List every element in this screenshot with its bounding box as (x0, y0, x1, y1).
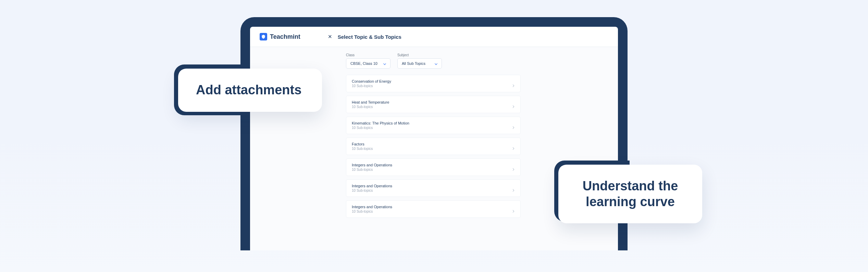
chevron-down-icon (435, 62, 437, 65)
topic-subtitle: 10 Sub-topics (352, 168, 392, 172)
callout-right-text: Understand the learning curve (583, 179, 678, 209)
brand-name: Teachmint (270, 33, 300, 40)
topic-row[interactable]: Integers and Operations 10 Sub-topics (346, 179, 521, 197)
topic-subtitle: 10 Sub-topics (352, 147, 373, 151)
topic-list: Conservation of Energy 10 Sub-topics Hea… (346, 75, 521, 218)
topic-row[interactable]: Factors 10 Sub-topics (346, 138, 521, 155)
chevron-right-icon (512, 145, 515, 148)
topic-row[interactable]: Integers and Operations 10 Sub-topics (346, 158, 521, 176)
class-select[interactable]: CBSE, Class 10 (346, 58, 390, 69)
topic-row[interactable]: Integers and Operations 10 Sub-topics (346, 200, 521, 218)
app-header: Teachmint ✕ Select Topic & Sub Topics (250, 27, 618, 47)
topic-row[interactable]: Kinematics: The Physics of Motion 10 Sub… (346, 117, 521, 134)
subject-select[interactable]: All Sub Topics (397, 58, 442, 69)
filter-class-label: Class (346, 53, 390, 57)
chevron-right-icon (512, 103, 515, 106)
callout-add-attachments: Add attachments (178, 69, 322, 112)
topic-title: Heat and Temperature (352, 100, 389, 104)
topic-title: Integers and Operations (352, 205, 392, 209)
chevron-right-icon (512, 187, 515, 190)
filter-class: Class CBSE, Class 10 (346, 53, 390, 69)
topic-title: Factors (352, 142, 373, 146)
callout-left-text: Add attachments (196, 83, 301, 97)
callout-learning-curve: Understand the learning curve (558, 165, 702, 223)
brand[interactable]: Teachmint (260, 33, 300, 40)
filter-subject-label: Subject (397, 53, 442, 57)
page-title-wrap: ✕ Select Topic & Sub Topics (328, 34, 401, 40)
page-title: Select Topic & Sub Topics (338, 34, 401, 40)
class-select-value: CBSE, Class 10 (350, 61, 377, 66)
topic-subtitle: 10 Sub-topics (352, 105, 389, 109)
brand-shield-icon (260, 33, 267, 40)
filter-row: Class CBSE, Class 10 Subject All Sub Top… (346, 53, 608, 69)
chevron-right-icon (512, 208, 515, 211)
chevron-right-icon (512, 166, 515, 169)
topic-row[interactable]: Conservation of Energy 10 Sub-topics (346, 75, 521, 92)
topic-title: Integers and Operations (352, 163, 392, 167)
topic-subtitle: 10 Sub-topics (352, 189, 392, 192)
chevron-down-icon (383, 62, 386, 65)
chevron-right-icon (512, 82, 515, 85)
topic-title: Integers and Operations (352, 184, 392, 188)
topic-title: Kinematics: The Physics of Motion (352, 121, 409, 125)
close-icon[interactable]: ✕ (328, 34, 332, 40)
subject-select-value: All Sub Topics (402, 61, 425, 66)
topic-subtitle: 10 Sub-topics (352, 210, 392, 213)
topic-subtitle: 10 Sub-topics (352, 126, 409, 130)
filter-subject: Subject All Sub Topics (397, 53, 442, 69)
topic-title: Conservation of Energy (352, 79, 391, 83)
topic-row[interactable]: Heat and Temperature 10 Sub-topics (346, 96, 521, 113)
chevron-right-icon (512, 124, 515, 127)
topic-subtitle: 10 Sub-topics (352, 84, 391, 88)
